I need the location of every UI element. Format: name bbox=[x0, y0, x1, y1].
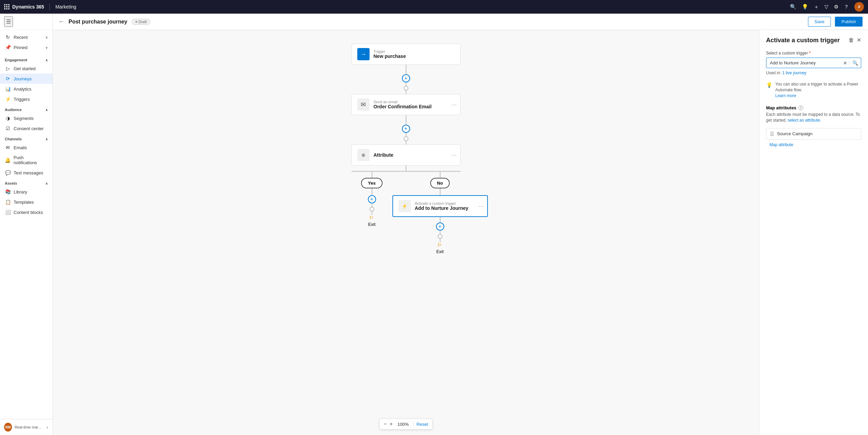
back-button[interactable]: ← bbox=[58, 18, 64, 25]
journey-canvas[interactable]: → Trigger New purchase + ✉ bbox=[53, 30, 759, 435]
learn-more-link[interactable]: Learn more bbox=[775, 93, 796, 98]
app-launcher-icon[interactable] bbox=[4, 4, 10, 10]
trigger-clear-button[interactable]: ✕ bbox=[841, 60, 849, 66]
no-exit-connector bbox=[440, 239, 440, 242]
help-icon[interactable]: ？ bbox=[844, 4, 849, 10]
select-attribute-link[interactable]: select an attribute. bbox=[788, 118, 821, 123]
brand-name: Dynamics 365 bbox=[12, 4, 44, 10]
panel-title: Activate a custom trigger bbox=[766, 37, 840, 44]
sidebar-item-pinned[interactable]: 📌 Pinned ∨ bbox=[0, 42, 53, 52]
sidebar-item-triggers[interactable]: ⚡ Triggers bbox=[0, 94, 53, 104]
source-campaign-row: ☰ Source Campaign bbox=[766, 128, 861, 140]
settings-icon[interactable]: ⚙ bbox=[834, 4, 838, 10]
sidebar-item-consent-center[interactable]: ☑ Consent center bbox=[0, 123, 53, 134]
topbar: Dynamics 365 Marketing 🔍 💡 ＋ ▽ ⚙ ？ # bbox=[0, 0, 868, 14]
push-icon: 🔔 bbox=[5, 157, 11, 163]
panel-header: Activate a custom trigger 🗑 ✕ bbox=[766, 37, 861, 44]
topbar-separator bbox=[49, 3, 50, 10]
sidebar-item-segments[interactable]: ◑ Segments bbox=[0, 113, 53, 123]
custom-trigger-more-icon[interactable]: ⋯ bbox=[478, 203, 484, 209]
sidebar-item-push-notifications[interactable]: 🔔 Push notifications bbox=[0, 153, 53, 168]
engagement-chevron[interactable]: ∧ bbox=[45, 58, 48, 62]
no-v-connector2 bbox=[440, 188, 440, 195]
email-node[interactable]: ✉ Send an email Order Confirmation Email… bbox=[351, 94, 461, 115]
sidebar: ☰ ↻ Recent ∨ 📌 Pinned ∨ Engagement ∧ ▷ G… bbox=[0, 14, 53, 435]
user-avatar[interactable]: # bbox=[854, 2, 864, 12]
sidebar-item-content-blocks[interactable]: ⬜ Content blocks bbox=[0, 207, 53, 217]
sidebar-journeys-label: Journeys bbox=[14, 76, 32, 81]
plus-icon[interactable]: ＋ bbox=[814, 4, 819, 10]
sidebar-item-emails[interactable]: ✉ Emails bbox=[0, 142, 53, 153]
sidebar-item-library[interactable]: 📚 Library bbox=[0, 187, 53, 197]
attribute-more-icon[interactable]: ⋯ bbox=[451, 152, 457, 158]
attribute-node[interactable]: ⊕ Attribute ⋯ bbox=[351, 144, 461, 166]
sidebar-group-audience: Audience ∧ bbox=[0, 104, 53, 113]
trigger-node-icon: → bbox=[357, 48, 370, 60]
no-branch: No ⚡ Activate a custom trigger Add to Nu… bbox=[406, 171, 474, 254]
trigger-search-field[interactable]: ✕ 🔍 bbox=[766, 58, 861, 68]
topbar-icons: 🔍 💡 ＋ ▽ ⚙ ？ # bbox=[790, 2, 864, 12]
sidebar-group-assets: Assets ∧ bbox=[0, 178, 53, 187]
draft-badge: Draft bbox=[132, 19, 151, 25]
add-yes-button[interactable]: + bbox=[368, 195, 376, 203]
add-no-button[interactable]: + bbox=[436, 222, 444, 231]
attribute-label-big: Attribute bbox=[374, 152, 393, 158]
audience-chevron[interactable]: ∧ bbox=[45, 108, 48, 112]
lightbulb-icon[interactable]: 💡 bbox=[802, 4, 808, 10]
map-attr-info-icon[interactable]: i bbox=[798, 106, 803, 110]
connector-1c bbox=[406, 91, 406, 94]
channels-chevron[interactable]: ∧ bbox=[45, 137, 48, 141]
sidebar-get-started-label: Get started bbox=[14, 66, 35, 71]
yes-v-connector bbox=[372, 171, 372, 178]
source-campaign-label: Source Campaign bbox=[777, 131, 857, 136]
assets-chevron[interactable]: ∧ bbox=[45, 182, 48, 185]
live-journey-link[interactable]: 1 live journey bbox=[782, 71, 807, 75]
trigger-search-button[interactable]: 🔍 bbox=[849, 60, 861, 66]
required-marker: * bbox=[809, 51, 811, 56]
email-more-icon[interactable]: ⋯ bbox=[451, 102, 457, 108]
sidebar-analytics-label: Analytics bbox=[14, 87, 31, 92]
branch-section: Yes + 🏳 Exit bbox=[321, 166, 491, 254]
zoom-reset-button[interactable]: Reset bbox=[417, 422, 428, 427]
save-button[interactable]: Save bbox=[808, 17, 831, 27]
sidebar-consent-label: Consent center bbox=[14, 126, 44, 131]
sidebar-item-templates[interactable]: 📋 Templates bbox=[0, 197, 53, 207]
dot-2 bbox=[404, 136, 408, 141]
sidebar-item-recent[interactable]: ↻ Recent ∨ bbox=[0, 32, 53, 42]
no-label: No bbox=[430, 178, 450, 188]
emails-icon: ✉ bbox=[5, 145, 11, 150]
add-after-email-button[interactable]: + bbox=[402, 125, 410, 133]
custom-trigger-node[interactable]: ⚡ Activate a custom trigger Add to Nurtu… bbox=[392, 195, 488, 217]
sidebar-item-get-started[interactable]: ▷ Get started bbox=[0, 63, 53, 74]
connector-2b bbox=[406, 133, 406, 136]
map-attribute-link[interactable]: Map attribute bbox=[766, 142, 861, 149]
no-dot bbox=[438, 234, 443, 239]
add-after-trigger-button[interactable]: + bbox=[402, 74, 410, 82]
trigger-search-input[interactable] bbox=[766, 58, 841, 68]
filter-icon[interactable]: ▽ bbox=[824, 4, 828, 10]
sidebar-item-text-messages[interactable]: 💬 Text messages bbox=[0, 168, 53, 178]
sidebar-bottom[interactable]: RM Real-time marketi... ∨ bbox=[0, 419, 53, 435]
connector-1 bbox=[406, 65, 406, 74]
branch-h-line bbox=[351, 171, 461, 172]
trigger-label-big: New purchase bbox=[374, 53, 406, 59]
publish-button[interactable]: Publish bbox=[835, 17, 863, 27]
page-title: Post purchase journey bbox=[69, 19, 128, 25]
sidebar-pinned-label: Pinned bbox=[14, 45, 27, 50]
hamburger-button[interactable]: ☰ bbox=[4, 16, 13, 27]
email-node-icon: ✉ bbox=[357, 98, 370, 111]
branch-top-connector bbox=[406, 166, 406, 171]
search-icon[interactable]: 🔍 bbox=[790, 4, 796, 10]
panel-close-button[interactable]: ✕ bbox=[857, 37, 861, 43]
panel-delete-button[interactable]: 🗑 bbox=[849, 37, 854, 43]
zoom-in-button[interactable]: + bbox=[390, 421, 393, 427]
trigger-node[interactable]: → Trigger New purchase bbox=[351, 44, 461, 65]
hint-box: 💡 You can also use a trigger to activate… bbox=[766, 80, 861, 100]
sidebar-item-analytics[interactable]: 📊 Analytics bbox=[0, 84, 53, 94]
zoom-out-button[interactable]: − bbox=[384, 421, 387, 427]
sidebar-avatar: RM bbox=[4, 423, 12, 432]
analytics-icon: 📊 bbox=[5, 86, 11, 92]
yes-v-connector2 bbox=[372, 188, 372, 195]
get-started-icon: ▷ bbox=[5, 66, 11, 71]
sidebar-item-journeys[interactable]: ⟳ Journeys bbox=[0, 74, 53, 84]
